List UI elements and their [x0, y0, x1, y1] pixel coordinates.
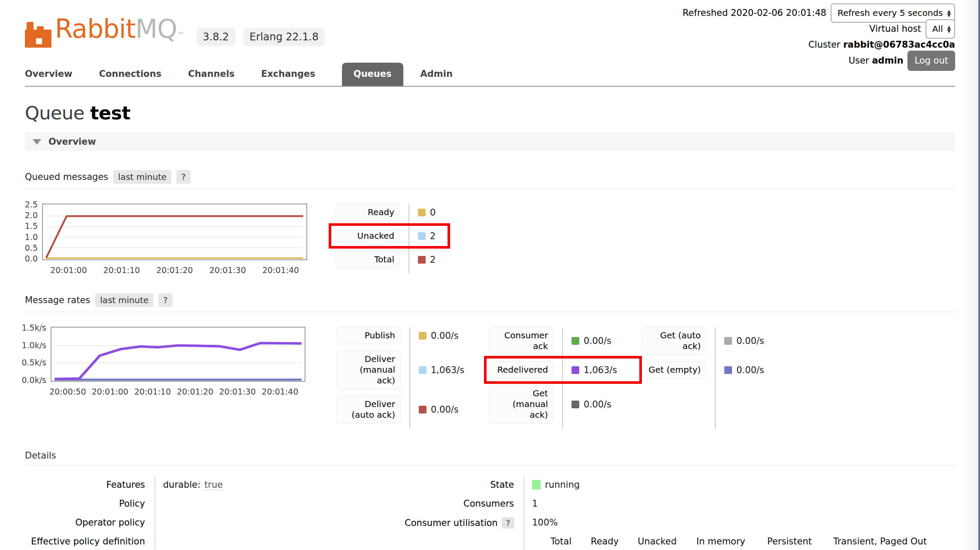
ready-swatch-icon — [418, 209, 426, 216]
queued-range-badge[interactable]: last minute — [113, 170, 171, 184]
legend-label-deliver-manual[interactable]: Deliver (manual ack) — [336, 350, 401, 389]
brand-orange-text: Rabbit — [55, 14, 136, 44]
legend-row-unacked: Unacked 2 — [336, 227, 436, 245]
redelivered-rate: 1,063/s — [584, 365, 617, 375]
operator-policy-value — [154, 514, 395, 532]
legend-label-ready[interactable]: Ready — [336, 204, 400, 221]
legend-row-publish: Publish 0.00/s — [336, 327, 464, 344]
col-header-ready: Ready — [572, 536, 619, 550]
utilisation-help-icon[interactable]: ? — [502, 517, 514, 529]
durable-arg-name: durable: — [163, 480, 200, 490]
effective-policy-label: Effective policy definition — [25, 532, 154, 550]
state-label: State — [398, 476, 523, 495]
tab-connections[interactable]: Connections — [99, 63, 162, 86]
brand-wordmark: RabbitMQ™ — [55, 16, 185, 48]
unacked-swatch-icon — [418, 232, 426, 240]
durable-arg-value: true — [204, 480, 223, 490]
message-rates-header: Message rates last minute ? — [25, 293, 955, 312]
message-rates-section: 1.5k/s1.0k/s0.5k/s0.0k/s20:00:5020:01:00… — [25, 327, 955, 430]
get-manual-swatch-icon — [572, 401, 579, 408]
legend-row-get-empty: Get (empty) 0.00/s — [642, 361, 764, 379]
queued-messages-header: Queued messages last minute ? — [25, 170, 955, 189]
legend-row-get-manual: Get (manual ack) 0.00/s — [489, 385, 617, 424]
select-arrows-icon: ▲▼ — [947, 25, 951, 33]
header-meta: Refreshed 2020-02-06 20:01:48 Refresh ev… — [683, 5, 955, 69]
queued-messages-chart: 2.52.01.51.00.50.020:01:0020:01:1020:01:… — [25, 204, 307, 274]
rates-legend-col1: Publish 0.00/s Deliver (manual ack) 1,06… — [336, 327, 464, 430]
legend-label-consumer-ack[interactable]: Consumer ack — [489, 327, 554, 355]
cluster-name: rabbit@06783ac4cc0a — [843, 40, 955, 50]
collapse-triangle-icon — [33, 139, 41, 145]
legend-label-get-manual[interactable]: Get (manual ack) — [489, 385, 554, 424]
refresh-interval-value: Refresh every 5 seconds — [838, 5, 943, 21]
get-manual-rate: 0.00/s — [584, 399, 611, 410]
select-arrows-icon: ▲▼ — [947, 9, 951, 17]
deliver-auto-rate: 0.00/s — [431, 404, 459, 415]
consumers-value: 1 — [523, 495, 927, 514]
page-title-prefix: Queue — [25, 102, 85, 124]
legend-label-get-auto[interactable]: Get (auto ack) — [642, 327, 706, 355]
header: RabbitMQ™ 3.8.2 Erlang 22.1.8 Refreshed … — [25, 0, 955, 87]
legend-label-publish[interactable]: Publish — [336, 327, 401, 344]
nav-tabs: Overview Connections Channels Exchanges … — [25, 63, 955, 87]
overview-section-toggle[interactable]: Overview — [25, 132, 955, 151]
get-auto-swatch-icon — [724, 337, 732, 345]
deliver-manual-rate: 1,063/s — [431, 365, 464, 375]
running-state-swatch-icon — [532, 480, 541, 489]
vhost-value: All — [932, 21, 943, 37]
legend-label-get-empty[interactable]: Get (empty) — [642, 361, 706, 379]
tab-channels[interactable]: Channels — [188, 63, 234, 86]
col-header-in-memory: In memory — [677, 536, 745, 550]
details-section: Details Features durable:true Policy Ope… — [25, 450, 955, 550]
legend-label-redelivered[interactable]: Redelivered — [489, 361, 554, 379]
operator-policy-label: Operator policy — [25, 514, 154, 532]
get-empty-swatch-icon — [724, 366, 732, 374]
state-value: running — [523, 476, 927, 495]
queued-chart-canvas — [42, 204, 307, 260]
rabbitmq-management-page: RabbitMQ™ 3.8.2 Erlang 22.1.8 Refreshed … — [0, 0, 980, 550]
features-label: Features — [25, 476, 154, 495]
queued-messages-label: Queued messages — [25, 172, 108, 182]
legend-row-deliver-auto: Deliver (auto ack) 0.00/s — [336, 395, 464, 424]
refreshed-timestamp: Refreshed 2020-02-06 20:01:48 — [683, 5, 826, 21]
ready-value: 0 — [430, 207, 436, 218]
col-header-total: Total — [532, 536, 572, 550]
message-rates-label: Message rates — [25, 295, 90, 305]
tab-exchanges[interactable]: Exchanges — [261, 63, 315, 86]
legend-label-unacked[interactable]: Unacked — [336, 227, 400, 245]
legend-label-total[interactable]: Total — [336, 251, 400, 268]
tab-queues[interactable]: Queues — [342, 63, 403, 86]
deliver-auto-swatch-icon — [419, 406, 426, 413]
queued-help-icon[interactable]: ? — [176, 170, 191, 184]
col-header-transient-paged-out: Transient, Paged Out — [812, 536, 927, 550]
queue-name: test — [90, 102, 130, 124]
get-auto-rate: 0.00/s — [736, 336, 764, 346]
trademark-symbol: ™ — [177, 30, 185, 40]
legend-label-deliver-auto[interactable]: Deliver (auto ack) — [336, 395, 401, 424]
message-rates-chart: 1.5k/s1.0k/s0.5k/s0.0k/s20:00:5020:01:00… — [25, 327, 305, 430]
deliver-manual-swatch-icon — [419, 366, 426, 374]
rates-help-icon[interactable]: ? — [158, 293, 172, 307]
cluster-label: Cluster — [808, 40, 841, 50]
effective-policy-value — [154, 532, 395, 550]
details-right: State running Consumers 1 Consumer utili… — [398, 476, 927, 550]
tab-admin[interactable]: Admin — [420, 63, 453, 86]
redelivered-swatch-icon — [572, 366, 579, 374]
rabbitmq-logo[interactable]: RabbitMQ™ 3.8.2 Erlang 22.1.8 — [25, 16, 325, 48]
legend-row-get-auto: Get (auto ack) 0.00/s — [642, 327, 764, 355]
consumers-label: Consumers — [398, 495, 523, 514]
get-empty-rate: 0.00/s — [736, 365, 764, 375]
consumer-utilisation-text: Consumer utilisation — [405, 518, 498, 528]
tab-overview[interactable]: Overview — [25, 63, 73, 86]
consumer-utilisation-value: 100% — [523, 514, 927, 532]
vhost-select[interactable]: All ▲▼ — [926, 19, 955, 39]
consumer-utilisation-label: Consumer utilisation? — [398, 514, 523, 532]
legend-row-consumer-ack: Consumer ack 0.00/s — [489, 327, 617, 355]
rates-range-badge[interactable]: last minute — [95, 293, 153, 307]
messages-table-wrap: Total Ready Unacked In memory Persistent… — [523, 532, 927, 550]
rates-legend-col3: Get (auto ack) 0.00/s Get (empty) 0.00/s — [642, 327, 764, 430]
scrollbar[interactable] — [978, 0, 980, 550]
total-swatch-icon — [418, 256, 426, 264]
consumer-ack-rate: 0.00/s — [584, 336, 611, 346]
vhost-label: Virtual host — [869, 21, 921, 37]
